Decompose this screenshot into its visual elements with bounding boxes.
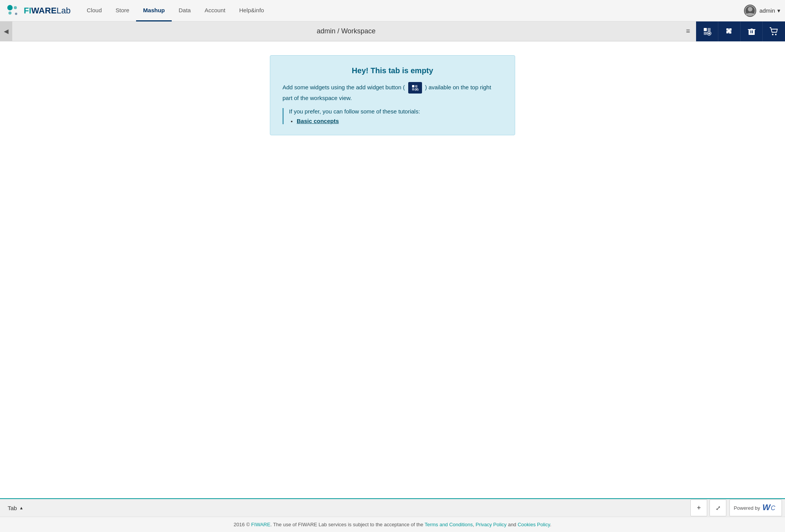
fiware-link[interactable]: FIWARE: [251, 522, 270, 527]
wc-logo: W C: [762, 502, 778, 514]
message-before-btn: Add some widgets using the add widget bu…: [282, 84, 405, 90]
footer-text2: ,: [473, 522, 475, 527]
svg-rect-16: [752, 30, 753, 33]
add-tab-icon: +: [697, 504, 701, 512]
cart-icon: [769, 27, 778, 36]
upload-button[interactable]: [763, 21, 785, 41]
svg-rect-8: [704, 32, 707, 35]
main-content: Hey! This tab is empty Add some widgets …: [0, 41, 785, 498]
tab-name-text: Tab: [8, 505, 17, 511]
add-widget-button[interactable]: [696, 21, 718, 41]
logo-icon: [5, 2, 21, 19]
logo-lab-text: Lab: [57, 6, 71, 16]
footer-text1: . The use of FIWARE Lab services is subj…: [270, 522, 424, 527]
tab-label[interactable]: Tab ▲: [3, 499, 28, 517]
svg-point-1: [14, 6, 17, 9]
user-menu[interactable]: admin ▾: [744, 5, 780, 17]
svg-point-3: [15, 13, 17, 15]
nav-item-store[interactable]: Store: [108, 0, 136, 21]
sidebar-toggle-icon: ◀: [4, 28, 8, 35]
nav-item-cloud[interactable]: Cloud: [80, 0, 108, 21]
footer-text3: and: [507, 522, 518, 527]
tutorial-intro-text: If you prefer, you can follow some of th…: [289, 108, 503, 115]
logo-ware-text: WARE: [31, 6, 57, 16]
user-label[interactable]: admin ▾: [759, 7, 780, 14]
sidebar-toggle-button[interactable]: ◀: [0, 21, 12, 41]
add-tab-button[interactable]: +: [690, 499, 707, 516]
svg-rect-14: [748, 29, 755, 30]
expand-icon: ⤢: [716, 504, 721, 512]
nav-items: Cloud Store Mashup Data Account Help&inf…: [80, 0, 744, 21]
user-avatar: [744, 5, 756, 17]
username-text: admin: [759, 7, 775, 14]
add-widget-icon: [703, 27, 712, 36]
expand-button[interactable]: ⤢: [709, 499, 726, 516]
puzzle-icon: [725, 27, 734, 36]
tab-chevron-icon: ▲: [19, 506, 23, 510]
nav-item-helpinfo[interactable]: Help&info: [232, 0, 271, 21]
workspace-title: admin / Workspace: [317, 27, 376, 35]
empty-tab-message: Add some widgets using the add widget bu…: [282, 82, 503, 103]
svg-rect-19: [412, 85, 414, 87]
svg-rect-7: [708, 28, 711, 31]
wirecloud-logo-icon: W C: [762, 502, 778, 512]
toolbar-right: [696, 21, 785, 41]
svg-point-4: [748, 7, 752, 11]
inline-widget-icon: [412, 85, 419, 91]
logo[interactable]: FIWARE Lab: [5, 2, 71, 19]
empty-tab-card: Hey! This tab is empty Add some widgets …: [270, 55, 515, 135]
top-navigation: FIWARE Lab Cloud Store Mashup Data Accou…: [0, 0, 785, 21]
svg-rect-20: [415, 85, 417, 87]
inline-widget-btn: [408, 82, 422, 94]
powered-by-area: Powered by W C: [729, 499, 782, 516]
add-component-button[interactable]: [718, 21, 741, 41]
logo-fi-text: FI: [24, 6, 31, 16]
cookies-link[interactable]: Cookies Policy: [517, 522, 550, 527]
nav-item-data[interactable]: Data: [172, 0, 198, 21]
terms-link[interactable]: Terms and Conditions: [425, 522, 473, 527]
nav-item-mashup[interactable]: Mashup: [136, 0, 172, 21]
bottom-tab-bar: Tab ▲ + ⤢ Powered by W C: [0, 498, 785, 517]
svg-point-0: [7, 5, 13, 10]
delete-button[interactable]: [741, 21, 763, 41]
basic-concepts-link[interactable]: Basic concepts: [297, 118, 339, 124]
user-dropdown-icon: ▾: [777, 7, 780, 14]
workspace-menu-button[interactable]: ≡: [680, 21, 696, 41]
svg-rect-12: [749, 29, 755, 35]
svg-rect-21: [412, 88, 414, 90]
workspace-title-area: admin / Workspace: [12, 27, 680, 35]
copyright-text: 2016 ©: [234, 522, 251, 527]
powered-by-label: Powered by: [734, 505, 760, 511]
footer-text4: .: [550, 522, 552, 527]
svg-point-18: [775, 34, 777, 35]
svg-point-17: [772, 34, 774, 35]
nav-item-account[interactable]: Account: [198, 0, 232, 21]
svg-text:W: W: [762, 502, 771, 512]
svg-rect-15: [751, 30, 751, 33]
empty-tab-title: Hey! This tab is empty: [282, 66, 503, 75]
avatar-icon: [745, 5, 755, 16]
svg-point-2: [8, 11, 11, 15]
workspace-menu-icon: ≡: [686, 27, 690, 35]
trash-icon: [748, 27, 755, 36]
tutorial-block: If you prefer, you can follow some of th…: [282, 108, 503, 124]
privacy-link[interactable]: Privacy Policy: [476, 522, 507, 527]
svg-text:C: C: [771, 505, 775, 511]
svg-rect-6: [704, 28, 707, 31]
workspace-bar: ◀ admin / Workspace ≡: [0, 21, 785, 41]
footer: 2016 © FIWARE. The use of FIWARE Lab ser…: [0, 517, 785, 532]
